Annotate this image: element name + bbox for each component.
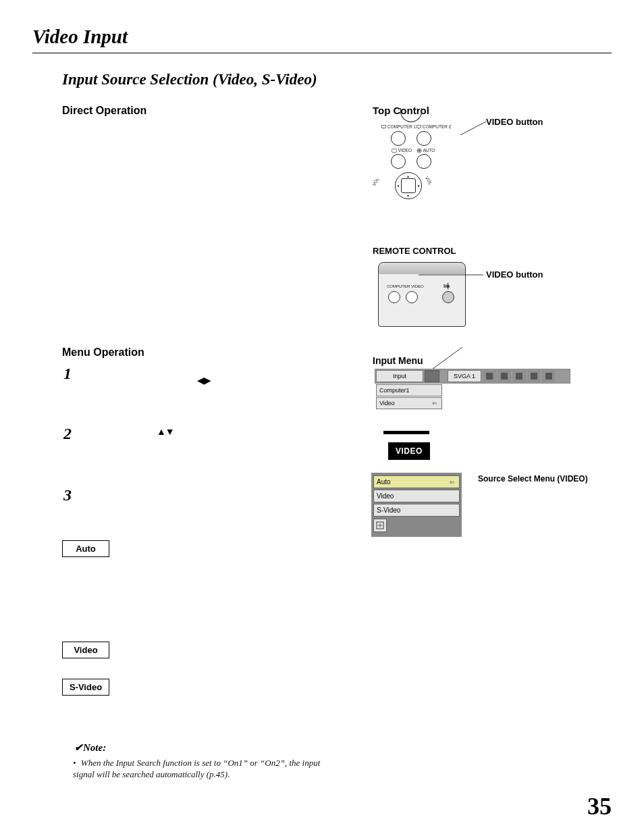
top-control-auto-button[interactable]: [417, 154, 431, 169]
bullet-icon: •: [73, 758, 76, 768]
step-1-number: 1: [63, 365, 72, 383]
video-tag: VIDEO: [388, 442, 430, 460]
top-control-video-label: VIDEO: [398, 148, 412, 153]
source-select-menu-label: Source Select Menu (VIDEO): [478, 474, 588, 484]
svg-rect-16: [531, 373, 537, 380]
back-arrow-icon: ⇐: [450, 479, 456, 486]
back-arrow-icon: ⇐: [432, 400, 439, 407]
menu-operation-heading: Menu Operation: [62, 346, 144, 359]
menu-input-label[interactable]: Input: [376, 370, 423, 382]
menu-mode-label[interactable]: SVGA 1: [448, 370, 481, 382]
source-menu-auto[interactable]: Auto ⇐: [373, 475, 460, 488]
menu-item-video[interactable]: Video ⇐: [376, 397, 442, 409]
remote-power-button[interactable]: [442, 291, 454, 303]
source-menu-svideo[interactable]: S-Video: [373, 504, 460, 517]
left-right-arrows-icon: ◀ ▶: [197, 375, 210, 386]
svg-line-12: [432, 347, 462, 369]
menu-toolbar-icon-1[interactable]: [483, 370, 496, 382]
remote-power-icon: I/ϕ: [444, 283, 450, 289]
svg-rect-13: [486, 373, 493, 380]
remote-video-label: VIDEO: [411, 284, 424, 288]
menu-item-computer1[interactable]: Computer1: [376, 384, 442, 396]
menu-toolbar-icon-3[interactable]: [512, 370, 526, 382]
top-control-diagram: COMPUTER 1 COMPUTER 2 VIDEO AUTO ▴ ▾ ◂ ▸…: [375, 115, 456, 203]
top-control-computer2-button[interactable]: [417, 131, 431, 146]
top-control-computer2-label: COMPUTER 2: [423, 124, 452, 129]
menu-toolbar-icon-2[interactable]: [498, 370, 511, 382]
top-control-video-button[interactable]: [391, 154, 406, 169]
remote-video-button[interactable]: [406, 291, 418, 303]
svg-rect-17: [545, 373, 552, 380]
menu-toolbar-icon-4[interactable]: [527, 370, 541, 382]
remote-control-diagram: COMPUTER VIDEO I/ϕ: [378, 262, 466, 327]
svg-rect-0: [382, 126, 386, 128]
svg-rect-4: [392, 149, 397, 153]
up-down-arrows-icon: ▲ ▼: [157, 426, 173, 437]
step-2-number: 2: [63, 425, 72, 443]
source-menu-video[interactable]: Video: [373, 490, 460, 502]
checkmark-icon: ✔: [74, 742, 83, 753]
svg-rect-15: [516, 373, 522, 380]
top-control-video-button-label: VIDEO button: [486, 117, 543, 127]
page-title: Video Input: [32, 26, 128, 48]
video-tag-bar: [383, 431, 429, 434]
svg-rect-2: [417, 126, 421, 128]
auto-box: Auto: [62, 540, 109, 557]
menu-icon-selected[interactable]: [425, 370, 439, 382]
source-select-menu-diagram: Auto ⇐ Video S-Video: [371, 473, 462, 537]
note-text: • When the Input Search function is set …: [73, 758, 343, 781]
source-menu-return-icon[interactable]: [373, 519, 387, 532]
remote-control-heading: REMOTE CONTROL: [373, 246, 456, 256]
top-control-auto-label: AUTO: [423, 148, 435, 153]
video-box: Video: [62, 642, 109, 658]
section-title: Input Source Selection (Video, S-Video): [62, 71, 317, 88]
menu-toolbar-icon-5[interactable]: [542, 370, 556, 382]
top-control-computer1-button[interactable]: [391, 131, 406, 146]
input-menu-heading: Input Menu: [373, 355, 423, 366]
svg-rect-14: [501, 373, 508, 380]
input-menu-diagram: Input SVGA 1 Computer1 Video ⇐: [375, 369, 570, 410]
page-number: 35: [587, 792, 612, 820]
note-heading: ✔Note:: [74, 741, 106, 754]
remote-computer-button[interactable]: [388, 291, 400, 303]
step-3-number: 3: [63, 486, 72, 504]
remote-computer-label: COMPUTER: [387, 284, 410, 288]
remote-video-button-label: VIDEO button: [486, 269, 543, 280]
top-control-dpad[interactable]: ▴ ▾ ◂ ▸: [395, 172, 422, 199]
svideo-box: S-Video: [62, 679, 109, 696]
top-control-computer1-label: COMPUTER 1: [387, 124, 417, 129]
direct-operation-heading: Direct Operation: [62, 105, 146, 117]
